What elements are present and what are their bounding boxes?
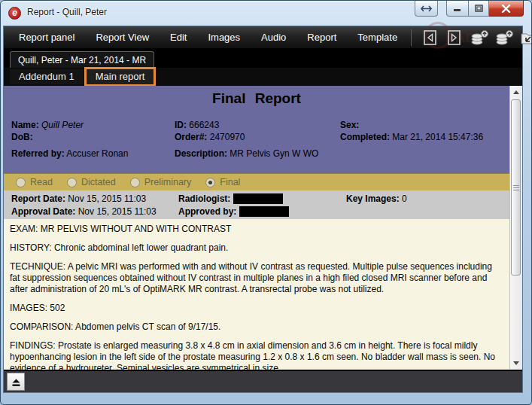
report-paragraph: FINDINGS: Prostate is enlarged measuring… [10,340,503,370]
menu-items: Report panelReport ViewEditImagesAudioRe… [8,26,408,48]
approved-by-redacted-value [239,206,289,217]
report-document: Final Report Name: Quill Peter DoB: Refe… [4,86,509,370]
report-subtab[interactable]: Addendum 1 [10,69,84,84]
status-radio-option[interactable]: Preliminary [130,177,192,187]
resize-horizontal-button[interactable] [415,1,438,17]
report-tab-bar: Addendum 1Main report [4,68,522,86]
radiologist: Radiologist: [178,193,283,204]
patient-id-row: ID: 666243 [175,119,318,131]
bottom-bar [4,370,522,392]
report-paragraph: EXAM: MR PELVIS WITHOUT AND WITH CONTRAS… [10,224,503,235]
referred-by: Accuser Ronan [66,148,128,159]
close-button[interactable] [489,1,524,17]
patient-id: 666243 [189,120,219,130]
radio-icon [16,178,26,187]
expand-panel-button[interactable] [7,373,25,391]
description-row: Description: MR Pelvis Gyn W WO [175,148,318,160]
menu-item[interactable]: Template [347,26,408,48]
menu-item[interactable]: Edit [160,26,197,48]
referred-by-row: Referred by: Accuser Ronan [11,148,128,160]
approved-by: Approved by: [178,206,289,217]
minimize-button[interactable] [446,1,469,17]
radio-icon [130,178,140,187]
key-images: Key Images: 0 [346,193,407,204]
status-radio-label: Read [30,177,53,187]
close-icon [501,5,511,13]
status-radio-label: Final [220,177,240,187]
report-paragraph: COMPARISON: Abdomen pelvis CT scan of 9/… [10,321,503,333]
menu-item[interactable]: Images [197,26,251,48]
status-radio-option[interactable]: Read [16,177,53,187]
menu-item[interactable]: Report View [85,26,160,48]
scrollbar-track[interactable] [510,99,522,357]
patient-name: Quill Peter [41,120,84,130]
report-body-text: EXAM: MR PELVIS WITHOUT AND WITH CONTRAS… [4,219,509,370]
arrow-down-icon [513,361,519,365]
export-database-icon[interactable] [470,29,489,47]
patient-sex-row: Sex: [340,119,483,131]
previous-report-icon[interactable] [420,29,439,47]
client-area: Report panelReport ViewEditImagesAudioRe… [3,26,523,393]
toolbar [408,29,532,47]
radiologist-redacted-value [233,193,283,204]
patient-header: Final Report Name: Quill Peter DoB: Refe… [4,86,509,173]
report-title: Final Report [4,90,509,107]
patient-name-row: Name: Quill Peter [11,119,128,131]
maximize-icon [475,5,483,12]
title-bar[interactable]: e Report - Quill, Peter [1,1,531,26]
minimize-icon [454,5,461,12]
completed-row: Completed: Mar 21, 2014 15:47:36 [340,131,483,143]
import-database-icon[interactable] [494,29,514,47]
toolbar-separator [411,29,412,46]
radio-icon [67,178,77,187]
arrow-up-icon [513,90,519,94]
maximize-button[interactable] [469,1,489,17]
next-report-icon[interactable] [445,29,464,47]
patient-dob-row: DoB: [11,131,128,143]
report-subtab[interactable]: Main report [87,69,154,84]
resize-horizontal-icon [420,5,433,13]
thumb-grip-icon [513,185,519,190]
report-content: Final Report Name: Quill Peter DoB: Refe… [4,86,522,370]
status-radio-option[interactable]: Dictated [67,177,116,187]
status-radio-option[interactable]: Final [205,177,240,187]
report-meta-bar: Report Date: Nov 15, 2015 11:03 Radiolog… [4,190,509,219]
app-logo-icon: e [8,7,21,20]
menu-item[interactable]: Report [296,26,347,48]
report-paragraph: TECHNIQUE: A pelvic MRI was performed wi… [10,261,503,295]
report-paragraph: HISTORY: Chronic abdominal left lower qu… [10,242,503,254]
open-folder-icon[interactable] [519,29,532,47]
menu-item[interactable]: Report panel [8,26,85,48]
window-title: Report - Quill, Peter [27,7,107,17]
menu-item[interactable]: Audio [251,26,296,48]
study-tab[interactable]: Quill, Peter - Mar 21, 2014 - MR [10,51,154,68]
status-radio-label: Preliminary [144,177,192,187]
scrollbar-thumb[interactable] [511,99,521,276]
report-date: Report Date: Nov 15, 2015 11:03 [11,193,146,204]
menu-bar: Report panelReport ViewEditImagesAudioRe… [4,26,522,49]
study-tab-bar: Quill, Peter - Mar 21, 2014 - MR [4,49,522,68]
approval-date: Approval Date: Nov 15, 2015 11:03 [11,206,157,217]
scroll-up-button[interactable] [510,86,522,99]
eject-icon [11,377,21,387]
report-paragraph: IMAGES: 502 [10,303,503,314]
scroll-down-button[interactable] [510,357,522,370]
status-radio-label: Dictated [81,177,116,187]
radio-icon [205,178,215,187]
study-description: MR Pelvis Gyn W WO [230,148,318,159]
completed-datetime: Mar 21, 2014 15:47:36 [392,132,483,142]
report-status-bar: Read Dictated Preliminary [4,173,509,190]
vertical-scrollbar[interactable] [509,86,522,370]
report-window: e Report - Quill, Peter Report panelRepo… [0,0,532,405]
order-number: 2470970 [210,132,245,142]
order-number-row: Order#: 2470970 [175,131,318,143]
